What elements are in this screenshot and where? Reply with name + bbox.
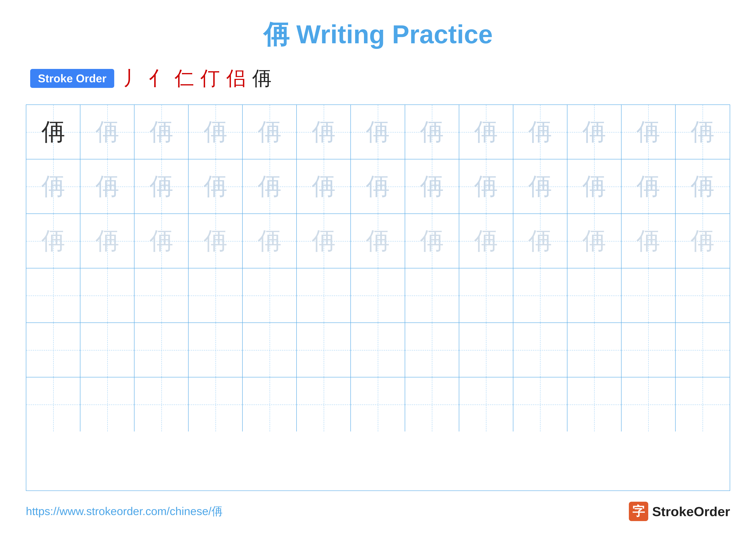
grid-cell[interactable] bbox=[676, 377, 730, 431]
grid-cell[interactable] bbox=[26, 323, 80, 377]
grid-cell[interactable]: 侢 bbox=[297, 159, 351, 214]
grid-cell[interactable] bbox=[297, 268, 351, 322]
grid-cell[interactable] bbox=[80, 377, 134, 431]
footer-url[interactable]: https://www.strokeorder.com/chinese/侢 bbox=[26, 504, 223, 519]
grid-cell[interactable]: 侢 bbox=[622, 105, 676, 159]
stroke-2: 亻 bbox=[149, 65, 168, 91]
grid-cell[interactable] bbox=[513, 323, 567, 377]
grid-row-6 bbox=[26, 377, 730, 431]
grid-cell[interactable]: 侢 bbox=[189, 105, 243, 159]
footer: https://www.strokeorder.com/chinese/侢 字 … bbox=[26, 502, 730, 521]
grid-cell[interactable] bbox=[80, 323, 134, 377]
grid-cell[interactable] bbox=[405, 323, 459, 377]
grid-cell[interactable]: 侢 bbox=[189, 159, 243, 214]
grid-cell[interactable] bbox=[297, 323, 351, 377]
stroke-6: 侢 bbox=[252, 65, 272, 91]
grid-cell[interactable]: 侢 bbox=[134, 159, 189, 214]
grid-cell[interactable] bbox=[405, 268, 459, 322]
grid-cell[interactable]: 侢 bbox=[513, 159, 567, 214]
grid-row-5 bbox=[26, 323, 730, 377]
grid-cell[interactable]: 侢 bbox=[459, 105, 513, 159]
grid-cell[interactable] bbox=[351, 268, 405, 322]
grid-cell[interactable]: 侢 bbox=[297, 214, 351, 268]
grid-cell[interactable] bbox=[622, 268, 676, 322]
grid-cell[interactable] bbox=[513, 377, 567, 431]
grid-cell[interactable]: 侢 bbox=[459, 214, 513, 268]
grid-cell[interactable]: 侢 bbox=[26, 105, 80, 159]
grid-cell[interactable] bbox=[80, 268, 134, 322]
grid-cell[interactable]: 侢 bbox=[351, 214, 405, 268]
grid-cell[interactable] bbox=[297, 377, 351, 431]
grid-cell[interactable]: 侢 bbox=[405, 105, 459, 159]
grid-cell[interactable]: 侢 bbox=[80, 105, 134, 159]
logo-text: StrokeOrder bbox=[652, 504, 730, 519]
grid-cell[interactable]: 侢 bbox=[243, 159, 297, 214]
grid-cell[interactable]: 侢 bbox=[622, 159, 676, 214]
grid-cell[interactable] bbox=[622, 323, 676, 377]
grid-cell[interactable] bbox=[243, 377, 297, 431]
grid-cell[interactable]: 侢 bbox=[80, 159, 134, 214]
stroke-4: 仃 bbox=[201, 65, 220, 91]
grid-cell[interactable]: 侢 bbox=[351, 105, 405, 159]
grid-cell[interactable] bbox=[622, 377, 676, 431]
grid-cell[interactable] bbox=[134, 323, 189, 377]
stroke-order-row: Stroke Order 丿 亻 仁 仃 侣 侢 bbox=[26, 65, 730, 91]
grid-cell[interactable]: 侢 bbox=[513, 214, 567, 268]
grid-cell[interactable]: 侢 bbox=[405, 159, 459, 214]
grid-cell[interactable] bbox=[459, 268, 513, 322]
stroke-5: 侣 bbox=[226, 65, 246, 91]
grid-cell[interactable] bbox=[459, 323, 513, 377]
grid-cell[interactable]: 侢 bbox=[459, 159, 513, 214]
grid-cell[interactable]: 侢 bbox=[243, 105, 297, 159]
grid-cell[interactable] bbox=[26, 377, 80, 431]
grid-cell[interactable]: 侢 bbox=[676, 214, 730, 268]
logo-icon: 字 bbox=[629, 502, 648, 521]
grid-cell[interactable]: 侢 bbox=[297, 105, 351, 159]
grid-cell[interactable]: 侢 bbox=[351, 159, 405, 214]
grid-cell[interactable] bbox=[567, 268, 622, 322]
stroke-chars: 丿 亻 仁 仃 侣 侢 bbox=[123, 65, 272, 91]
grid-cell[interactable] bbox=[676, 268, 730, 322]
practice-grid[interactable]: 侢 侢 侢 侢 侢 侢 侢 侢 侢 侢 侢 侢 侢 侢 侢 侢 侢 侢 侢 侢 … bbox=[26, 105, 730, 491]
grid-cell[interactable] bbox=[243, 268, 297, 322]
grid-cell[interactable] bbox=[513, 268, 567, 322]
stroke-3: 仁 bbox=[175, 65, 194, 91]
grid-row-1: 侢 侢 侢 侢 侢 侢 侢 侢 侢 侢 侢 侢 侢 bbox=[26, 105, 730, 159]
grid-cell[interactable] bbox=[405, 377, 459, 431]
grid-cell[interactable] bbox=[567, 323, 622, 377]
grid-cell[interactable] bbox=[243, 323, 297, 377]
grid-cell[interactable]: 侢 bbox=[676, 159, 730, 214]
stroke-1: 丿 bbox=[123, 65, 142, 91]
grid-cell[interactable]: 侢 bbox=[243, 214, 297, 268]
grid-cell[interactable]: 侢 bbox=[26, 159, 80, 214]
grid-cell[interactable]: 侢 bbox=[26, 214, 80, 268]
grid-cell[interactable]: 侢 bbox=[134, 214, 189, 268]
grid-cell[interactable]: 侢 bbox=[134, 105, 189, 159]
stroke-order-badge: Stroke Order bbox=[30, 69, 114, 88]
grid-cell[interactable] bbox=[676, 323, 730, 377]
grid-cell[interactable]: 侢 bbox=[405, 214, 459, 268]
grid-cell[interactable]: 侢 bbox=[80, 214, 134, 268]
grid-cell[interactable] bbox=[567, 377, 622, 431]
grid-cell[interactable] bbox=[189, 377, 243, 431]
grid-cell[interactable]: 侢 bbox=[622, 214, 676, 268]
page-title: 侢 Writing Practice bbox=[263, 17, 493, 52]
grid-cell[interactable] bbox=[351, 323, 405, 377]
grid-cell[interactable] bbox=[26, 268, 80, 322]
grid-row-2: 侢 侢 侢 侢 侢 侢 侢 侢 侢 侢 侢 侢 侢 bbox=[26, 159, 730, 214]
grid-cell[interactable]: 侢 bbox=[567, 159, 622, 214]
grid-row-4 bbox=[26, 268, 730, 323]
grid-cell[interactable] bbox=[134, 268, 189, 322]
grid-cell[interactable]: 侢 bbox=[513, 105, 567, 159]
grid-cell[interactable] bbox=[351, 377, 405, 431]
footer-logo: 字 StrokeOrder bbox=[629, 502, 730, 521]
grid-cell[interactable]: 侢 bbox=[567, 105, 622, 159]
grid-cell[interactable] bbox=[189, 323, 243, 377]
grid-cell[interactable] bbox=[134, 377, 189, 431]
grid-row-3: 侢 侢 侢 侢 侢 侢 侢 侢 侢 侢 侢 侢 侢 bbox=[26, 214, 730, 268]
grid-cell[interactable]: 侢 bbox=[567, 214, 622, 268]
grid-cell[interactable] bbox=[189, 268, 243, 322]
grid-cell[interactable]: 侢 bbox=[189, 214, 243, 268]
grid-cell[interactable] bbox=[459, 377, 513, 431]
grid-cell[interactable]: 侢 bbox=[676, 105, 730, 159]
